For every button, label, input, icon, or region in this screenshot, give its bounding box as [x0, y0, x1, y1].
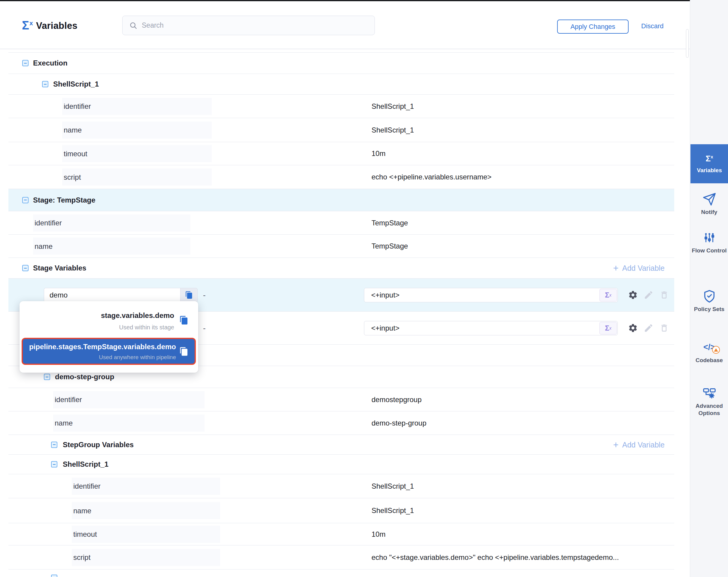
field-row: name TempStage — [8, 235, 674, 258]
tree-row-execution: Execution — [8, 52, 674, 74]
field-row: script echo <+pipeline.variables.usernam… — [8, 165, 674, 189]
field-value: 10m — [371, 530, 386, 538]
header-divider — [0, 49, 690, 49]
field-label: script — [62, 169, 212, 186]
flowchart-gear-icon — [702, 386, 716, 400]
collapse-icon[interactable] — [42, 81, 48, 87]
collapse-icon[interactable] — [22, 197, 28, 203]
apply-changes-button[interactable]: Apply Changes — [557, 20, 629, 34]
variables-sigma-icon: Σx — [705, 154, 713, 163]
tree-row-stepgroup-variables: StepGroup Variables + Add Variable — [8, 435, 674, 455]
field-value: echo <+pipeline.variables.username> — [371, 173, 492, 181]
settings-gear-icon[interactable] — [628, 290, 638, 300]
sidebar-item-variables[interactable]: Σx Variables — [691, 144, 728, 183]
tree-row-stage-variables: Stage Variables + Add Variable — [8, 258, 674, 279]
field-value: demo-step-group — [371, 419, 426, 427]
sliders-icon — [702, 231, 716, 245]
copy-icon — [185, 291, 193, 299]
paper-plane-icon — [702, 192, 716, 206]
collapse-icon[interactable] — [22, 265, 28, 271]
section-row-stage-tempstage: Stage: TempStage — [8, 189, 674, 211]
field-label: identifier — [62, 98, 212, 115]
field-value: ShellScript_1 — [371, 102, 414, 110]
field-value: 10m — [371, 149, 386, 158]
sidebar-item-flow-control[interactable]: Flow Control — [690, 231, 728, 254]
variable-name-input[interactable]: demo — [44, 288, 180, 302]
required-value: - — [203, 290, 206, 300]
collapse-icon[interactable] — [22, 60, 28, 67]
sidebar-item-codebase[interactable]: </> Codebase — [690, 343, 728, 364]
copy-button[interactable] — [180, 288, 198, 302]
collapse-icon[interactable] — [51, 442, 57, 448]
field-label: name — [62, 121, 212, 139]
field-value: ShellScript_1 — [371, 482, 414, 491]
tree-row-shellscript: ShellScript_1 — [8, 74, 674, 95]
warning-badge-icon — [712, 346, 720, 354]
field-label: name — [53, 415, 205, 431]
variable-path-option-stage[interactable]: stage.variables.demo Used within its sta… — [20, 301, 198, 336]
variables-sigma-icon: Σx — [22, 19, 33, 32]
field-value: TempStage — [371, 219, 408, 227]
code-icon: </> — [703, 343, 715, 352]
variable-path-option-pipeline-highlighted[interactable]: pipeline.stages.TempStage.variables.demo… — [22, 338, 196, 365]
variable-value-input[interactable]: <+input> Σx — [364, 321, 618, 335]
field-label: timeout — [72, 526, 220, 543]
page-header: Σx Variables Apply Changes Discard — [0, 1, 690, 49]
add-variable-button[interactable]: + Add Variable — [613, 264, 665, 273]
scrollbar-thumb[interactable] — [686, 29, 688, 58]
sidebar-item-advanced-options[interactable]: Advanced Options — [690, 386, 728, 417]
page-title: Variables — [36, 20, 77, 31]
field-row: identifier TempStage — [8, 211, 674, 235]
expression-type-button[interactable]: Σx — [599, 289, 617, 301]
field-label: identifier — [33, 214, 190, 231]
expression-type-button[interactable]: Σx — [599, 322, 617, 334]
field-label: script — [72, 549, 220, 566]
field-label: name — [33, 238, 190, 255]
field-row: name demo-step-group — [8, 411, 674, 435]
field-row: timeout 10m — [8, 142, 674, 165]
copy-icon[interactable] — [179, 347, 189, 357]
copy-icon[interactable] — [179, 316, 189, 326]
sidebar-item-policy-sets[interactable]: Policy Sets — [690, 290, 728, 313]
field-row: identifier ShellScript_1 — [8, 95, 674, 118]
search-input[interactable] — [142, 21, 352, 29]
field-row: timeout 10m — [8, 523, 674, 546]
settings-gear-icon[interactable] — [628, 323, 638, 333]
tree-row-shellscript: ShellScript_1 — [8, 455, 674, 474]
collapse-icon[interactable] — [44, 374, 50, 380]
field-row: name ShellScript_1 — [8, 118, 674, 142]
field-value: TempStage — [371, 242, 408, 250]
variable-value-input[interactable]: <+input> Σx — [364, 288, 618, 302]
field-value: echo "<+stage.variables.demo>" echo <+pi… — [371, 553, 619, 562]
field-label: identifier — [53, 391, 205, 408]
search-box[interactable] — [122, 16, 375, 35]
required-value: - — [203, 323, 206, 333]
plus-icon: + — [613, 264, 619, 273]
field-label: name — [72, 502, 220, 519]
field-label: identifier — [72, 478, 220, 495]
field-row: name ShellScript_1 — [8, 498, 674, 523]
collapse-icon[interactable] — [51, 575, 57, 577]
field-value: ShellScript_1 — [371, 506, 414, 515]
variable-name-input-group: demo — [44, 288, 198, 302]
shield-check-icon — [702, 290, 716, 303]
edit-pencil-icon[interactable] — [643, 323, 653, 333]
right-sidebar: Σx Variables Notify Flow Control Policy … — [690, 0, 728, 577]
edit-pencil-icon[interactable] — [643, 290, 653, 300]
table-row-partial — [8, 570, 674, 577]
add-variable-button[interactable]: + Add Variable — [613, 440, 665, 449]
field-label: timeout — [62, 145, 212, 162]
field-row: script echo "<+stage.variables.demo>" ec… — [8, 546, 674, 570]
variable-path-popover: stage.variables.demo Used within its sta… — [20, 301, 198, 373]
field-value: ShellScript_1 — [371, 126, 414, 134]
plus-icon: + — [613, 440, 619, 449]
field-row: identifier demostepgroup — [8, 388, 674, 411]
field-row: identifier ShellScript_1 — [8, 474, 674, 498]
search-icon — [129, 21, 137, 30]
sidebar-item-notify[interactable]: Notify — [690, 192, 728, 216]
delete-trash-icon[interactable] — [659, 323, 669, 333]
delete-trash-icon[interactable] — [659, 290, 669, 300]
collapse-icon[interactable] — [51, 461, 57, 468]
discard-button[interactable]: Discard — [641, 22, 664, 30]
field-value: demostepgroup — [371, 396, 422, 404]
